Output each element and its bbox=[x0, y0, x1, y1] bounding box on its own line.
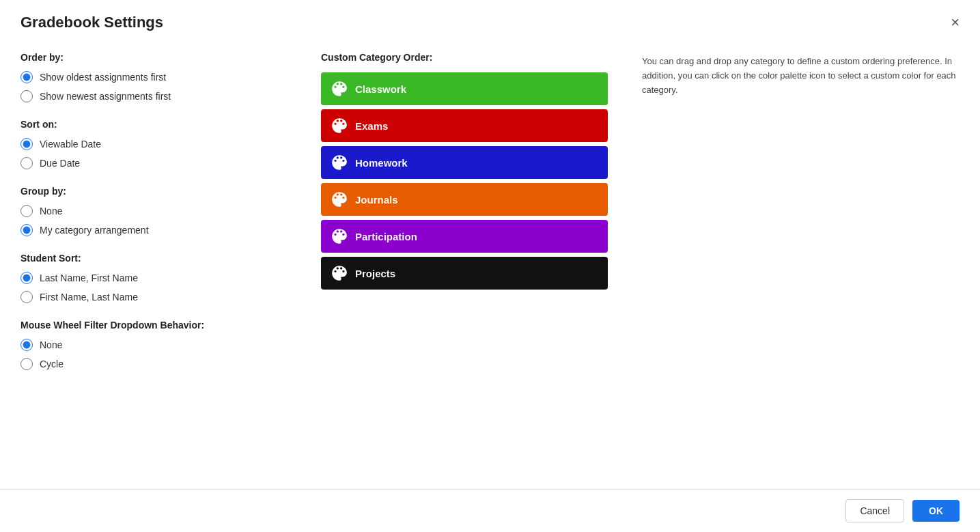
palette-icon bbox=[331, 117, 348, 135]
palette-icon bbox=[331, 264, 348, 282]
student-first-last-option[interactable]: First Name, Last Name bbox=[20, 291, 294, 303]
category-homework[interactable]: Homework bbox=[321, 146, 608, 179]
group-category-label: My category arrangement bbox=[40, 225, 149, 236]
category-projects[interactable]: Projects bbox=[321, 257, 608, 290]
student-last-first-radio[interactable] bbox=[20, 272, 33, 284]
close-button[interactable]: × bbox=[951, 15, 960, 30]
category-participation[interactable]: Participation bbox=[321, 220, 608, 253]
dialog-body: Order by: Show oldest assignments first … bbox=[0, 38, 980, 489]
category-journals-name: Journals bbox=[355, 194, 398, 206]
mouse-wheel-none-option[interactable]: None bbox=[20, 339, 294, 351]
palette-icon bbox=[331, 227, 348, 245]
sort-due-radio[interactable] bbox=[20, 157, 33, 169]
sort-due-option[interactable]: Due Date bbox=[20, 157, 294, 169]
order-newest-radio[interactable] bbox=[20, 90, 33, 102]
student-sort-label: Student Sort: bbox=[20, 253, 294, 264]
category-participation-name: Participation bbox=[355, 231, 417, 242]
sort-on-section: Sort on: Viewable Date Due Date bbox=[20, 119, 294, 169]
sort-due-label: Due Date bbox=[40, 158, 80, 169]
palette-icon bbox=[331, 154, 348, 171]
student-last-first-label: Last Name, First Name bbox=[40, 272, 138, 283]
sort-viewable-radio[interactable] bbox=[20, 138, 33, 150]
ok-button[interactable]: OK bbox=[912, 500, 960, 522]
mouse-wheel-cycle-option[interactable]: Cycle bbox=[20, 358, 294, 370]
palette-icon bbox=[331, 80, 348, 98]
mouse-wheel-cycle-radio[interactable] bbox=[20, 358, 33, 370]
dialog-header: Gradebook Settings × bbox=[0, 0, 980, 38]
order-by-section: Order by: Show oldest assignments first … bbox=[20, 52, 294, 102]
group-category-option[interactable]: My category arrangement bbox=[20, 224, 294, 236]
group-none-radio[interactable] bbox=[20, 205, 33, 217]
category-homework-name: Homework bbox=[355, 157, 408, 169]
student-last-first-option[interactable]: Last Name, First Name bbox=[20, 272, 294, 284]
sort-viewable-option[interactable]: Viewable Date bbox=[20, 138, 294, 150]
dialog-footer: Cancel OK bbox=[0, 489, 980, 532]
mouse-wheel-none-label: None bbox=[40, 339, 62, 350]
order-by-label: Order by: bbox=[20, 52, 294, 63]
order-newest-option[interactable]: Show newest assignments first bbox=[20, 90, 294, 102]
category-projects-name: Projects bbox=[355, 268, 395, 279]
category-journals[interactable]: Journals bbox=[321, 183, 608, 216]
custom-category-label: Custom Category Order: bbox=[321, 52, 608, 63]
mouse-wheel-section: Mouse Wheel Filter Dropdown Behavior: No… bbox=[20, 320, 294, 370]
middle-panel: Custom Category Order: Classwork Exams bbox=[307, 52, 621, 475]
category-list: Classwork Exams Homework bbox=[321, 72, 608, 290]
left-panel: Order by: Show oldest assignments first … bbox=[20, 52, 307, 475]
sort-on-label: Sort on: bbox=[20, 119, 294, 130]
group-category-radio[interactable] bbox=[20, 224, 33, 236]
help-text: You can drag and drop any category to de… bbox=[642, 55, 960, 97]
group-none-label: None bbox=[40, 206, 62, 216]
order-newest-label: Show newest assignments first bbox=[40, 91, 171, 102]
category-exams-name: Exams bbox=[355, 120, 388, 132]
student-first-last-radio[interactable] bbox=[20, 291, 33, 303]
category-classwork-name: Classwork bbox=[355, 83, 406, 95]
order-oldest-label: Show oldest assignments first bbox=[40, 72, 166, 83]
palette-icon bbox=[331, 191, 348, 208]
group-by-label: Group by: bbox=[20, 186, 294, 197]
sort-viewable-label: Viewable Date bbox=[40, 139, 101, 150]
order-oldest-option[interactable]: Show oldest assignments first bbox=[20, 71, 294, 83]
mouse-wheel-cycle-label: Cycle bbox=[40, 359, 64, 369]
right-panel: You can drag and drop any category to de… bbox=[621, 52, 960, 475]
dialog-title: Gradebook Settings bbox=[20, 14, 163, 31]
category-classwork[interactable]: Classwork bbox=[321, 72, 608, 105]
order-oldest-radio[interactable] bbox=[20, 71, 33, 83]
student-first-last-label: First Name, Last Name bbox=[40, 292, 138, 303]
mouse-wheel-none-radio[interactable] bbox=[20, 339, 33, 351]
cancel-button[interactable]: Cancel bbox=[845, 499, 904, 522]
student-sort-section: Student Sort: Last Name, First Name Firs… bbox=[20, 253, 294, 303]
mouse-wheel-label: Mouse Wheel Filter Dropdown Behavior: bbox=[20, 320, 294, 331]
group-by-section: Group by: None My category arrangement bbox=[20, 186, 294, 236]
gradebook-settings-dialog: Gradebook Settings × Order by: Show olde… bbox=[0, 0, 980, 532]
category-exams[interactable]: Exams bbox=[321, 109, 608, 142]
group-none-option[interactable]: None bbox=[20, 205, 294, 217]
